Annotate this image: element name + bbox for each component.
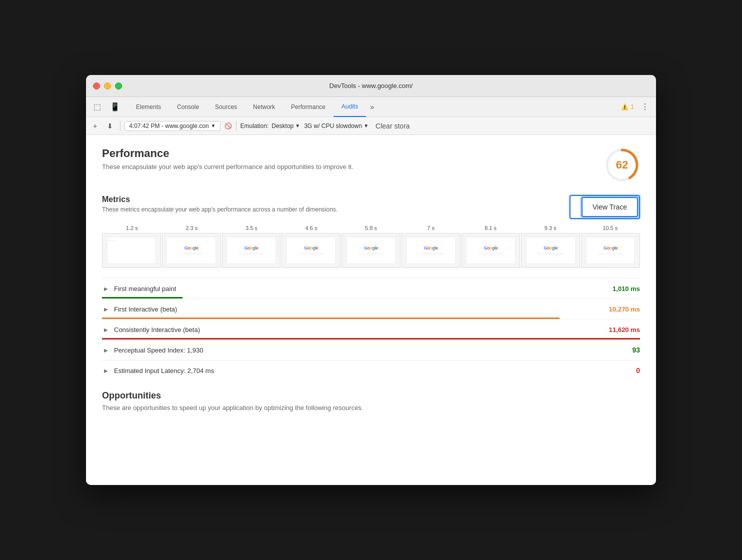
throttle-dropdown[interactable]: 3G w/ CPU slowdown ▼ [304, 122, 368, 130]
url-display[interactable]: 4:07:42 PM - www.google.con ▼ [124, 121, 220, 131]
filmstrip-time-1: 2.3 s [162, 225, 222, 231]
filmstrip-frames: ··· ··· Google ― ――――――― Google ― ――――――… [102, 233, 640, 268]
main-content: Performance These encapsulate your web a… [86, 135, 656, 485]
tab-bar-icons: ⬚ 📱 [90, 100, 122, 114]
performance-score-circle: 62 [604, 147, 640, 183]
metric-name-fi: First Interactive (beta) [114, 306, 605, 313]
filmstrip: 1.2 s 2.3 s 3.5 s 4.6 s 5.8 s 7 s 8.1 s … [102, 225, 640, 268]
expand-psi[interactable]: ▶ [102, 346, 110, 354]
close-button[interactable] [93, 82, 100, 90]
title-bar: DevTools - www.google.com/ [86, 75, 656, 97]
performance-title: Performance [102, 147, 354, 160]
filmstrip-time-8: 10.5 s [580, 225, 640, 231]
dropdown-arrow: ▼ [211, 123, 216, 128]
tab-sources[interactable]: Sources [207, 97, 245, 117]
expand-eil[interactable]: ▶ [102, 366, 110, 374]
metric-row-eil: ▶ Estimated Input Latency: 2,704 ms 0 [102, 360, 640, 380]
metrics-description: These metrics encapsulate your web app's… [102, 206, 338, 213]
opportunities-section: Opportunities These are opportunities to… [102, 390, 640, 412]
tab-network[interactable]: Network [245, 97, 283, 117]
tab-console[interactable]: Console [169, 97, 207, 117]
toolbar-divider-1 [120, 121, 120, 131]
toolbar-divider-2 [236, 121, 236, 131]
metric-score-psi: 93 [625, 346, 640, 354]
window-controls [93, 82, 122, 90]
filmstrip-frame-7[interactable]: Google ― ――――――― [521, 233, 580, 268]
emulation-section: Emulation: Desktop ▼ [240, 122, 300, 130]
opportunities-description: These are opportunities to speed up your… [102, 404, 640, 412]
window-title: DevTools - www.google.com/ [330, 82, 413, 90]
metric-name-fmp: First meaningful paint [114, 285, 608, 292]
metric-name-eil: Estimated Input Latency: 2,704 ms [114, 367, 625, 374]
filmstrip-frame-2[interactable]: Google ― ――――――― [222, 233, 281, 268]
metrics-title: Metrics [102, 195, 338, 204]
performance-title-block: Performance These encapsulate your web a… [102, 147, 354, 170]
device-icon[interactable]: 📱 [108, 100, 122, 114]
tab-elements[interactable]: Elements [128, 97, 169, 117]
filmstrip-frame-0[interactable]: ··· ··· [102, 233, 161, 268]
metric-score-eil: 0 [625, 366, 640, 374]
filmstrip-time-5: 7 s [401, 225, 461, 231]
tab-audits[interactable]: Audits [334, 97, 366, 117]
metric-value-fmp: 1,010 ms [612, 285, 640, 292]
warning-icon: ⚠️ [621, 104, 628, 110]
metric-row-psi: ▶ Perceptual Speed Index: 1,930 93 [102, 340, 640, 360]
filmstrip-frame-4[interactable]: Google ― ――――――― [342, 233, 400, 268]
download-button[interactable]: ⬇ [104, 121, 116, 131]
metric-row-fmp: ▶ First meaningful paint 1,010 ms [102, 278, 640, 298]
throttle-label: 3G w/ CPU slowdown [304, 122, 362, 130]
inspector-icon[interactable]: ⬚ [90, 100, 104, 114]
clear-storage-button[interactable]: Clear stora [372, 121, 412, 131]
filmstrip-frame-8[interactable]: Google ― ――――――― [581, 233, 640, 268]
warning-badge: ⚠️ 1 [621, 104, 634, 110]
expand-fmp[interactable]: ▶ [102, 284, 110, 292]
filmstrip-frame-3[interactable]: Google ― ――――――― [282, 233, 340, 268]
view-trace-highlight: View Trace [570, 195, 640, 219]
filmstrip-time-2: 3.5 s [222, 225, 282, 231]
tab-performance[interactable]: Performance [283, 97, 334, 117]
block-icon[interactable]: 🚫 [224, 122, 232, 130]
filmstrip-time-6: 8.1 s [460, 225, 520, 231]
tab-bar-right: ⚠️ 1 ⋮ [621, 100, 652, 114]
performance-header: Performance These encapsulate your web a… [102, 147, 640, 183]
more-tabs-button[interactable]: » [366, 103, 378, 111]
filmstrip-times: 1.2 s 2.3 s 3.5 s 4.6 s 5.8 s 7 s 8.1 s … [102, 225, 640, 231]
url-text: 4:07:42 PM - www.google.con [129, 122, 208, 130]
desktop-dropdown[interactable]: Desktop ▼ [272, 122, 300, 130]
filmstrip-time-0: 1.2 s [102, 225, 162, 231]
metric-row-ci: ▶ Consistently Interactive (beta) 11,620… [102, 319, 640, 340]
maximize-button[interactable] [115, 82, 122, 90]
opportunities-title: Opportunities [102, 390, 640, 401]
view-trace-button[interactable]: View Trace [582, 197, 638, 217]
metric-value-ci: 11,620 ms [609, 326, 640, 334]
performance-description: These encapsulate your web app's current… [102, 163, 354, 170]
toolbar: + ⬇ 4:07:42 PM - www.google.con ▼ 🚫 Emul… [86, 117, 656, 135]
filmstrip-time-3: 4.6 s [282, 225, 342, 231]
more-options-icon[interactable]: ⋮ [638, 100, 652, 114]
throttle-chevron: ▼ [364, 123, 368, 128]
expand-fi[interactable]: ▶ [102, 305, 110, 313]
score-value: 62 [616, 158, 628, 172]
metrics-header: Metrics These metrics encapsulate your w… [102, 195, 640, 219]
metric-name-psi: Perceptual Speed Index: 1,930 [114, 346, 625, 354]
add-button[interactable]: + [90, 121, 100, 131]
minimize-button[interactable] [104, 82, 111, 90]
metric-row-fi: ▶ First Interactive (beta) 10,270 ms [102, 298, 640, 319]
expand-ci[interactable]: ▶ [102, 326, 110, 334]
metric-name-ci: Consistently Interactive (beta) [114, 326, 605, 334]
filmstrip-frame-5[interactable]: Google ― ――――――― [402, 233, 460, 268]
warning-count: 1 [630, 104, 634, 110]
desktop-label: Desktop [272, 122, 294, 130]
metrics-title-block: Metrics These metrics encapsulate your w… [102, 195, 338, 213]
filmstrip-time-7: 9.3 s [520, 225, 580, 231]
desktop-chevron: ▼ [295, 123, 300, 128]
filmstrip-frame-1[interactable]: Google ― ――――――― [162, 233, 221, 268]
metrics-section: Metrics These metrics encapsulate your w… [102, 195, 640, 380]
emulation-label: Emulation: [240, 122, 269, 130]
metric-value-fi: 10,270 ms [609, 306, 640, 313]
filmstrip-time-4: 5.8 s [341, 225, 401, 231]
devtools-window: DevTools - www.google.com/ ⬚ 📱 Elements … [86, 75, 656, 485]
filmstrip-frame-6[interactable]: Google ― ――――――― [462, 233, 520, 268]
tab-bar: ⬚ 📱 Elements Console Sources Network Per… [86, 97, 656, 117]
